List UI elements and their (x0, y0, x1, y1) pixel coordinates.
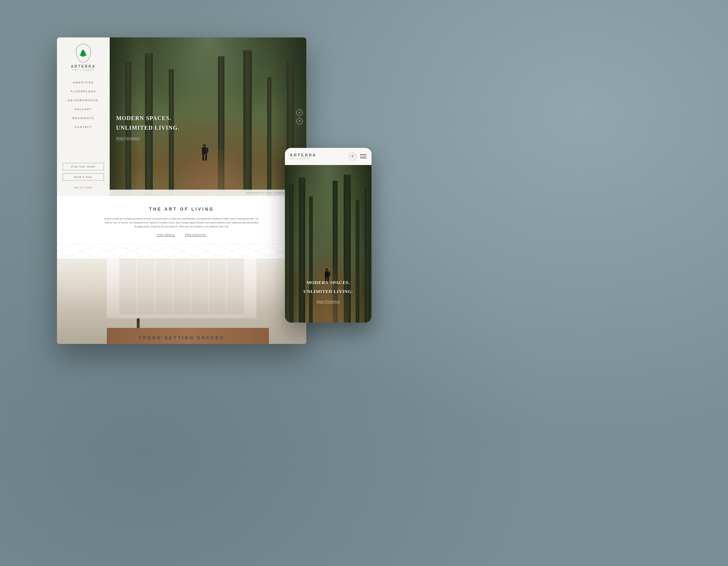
mobile-logo-sub: ART + EARTH (290, 158, 317, 160)
hamburger-menu-button[interactable] (360, 154, 366, 158)
logo-container: 🌲 ARTERRA ART + EARTH (71, 44, 96, 71)
sidebar-buttons: Find Your Home Book a Tour 866-272-5086 (57, 163, 110, 189)
nav-menu: AMENITIES FLOORPLANS NEIGHBORHOOD GALLER… (57, 81, 110, 129)
mobile-logo-text: ARTERRA (290, 153, 317, 157)
pattern-divider (57, 244, 306, 258)
mobile-header-right: ✆ (349, 153, 366, 160)
mobile-tree-6 (356, 200, 359, 323)
room-section-title: TREND SETTING SPACES (57, 335, 306, 340)
art-section-body: Arterra unveils an exceptional portrait … (103, 217, 260, 228)
room-interior (57, 258, 306, 344)
vase (137, 318, 140, 328)
art-section-title: THE ART OF LIVING (85, 207, 278, 212)
ground-path (178, 149, 247, 196)
scroll-up-button[interactable]: ∧ (296, 109, 303, 116)
view-amenities-link[interactable]: View Amenities (185, 233, 207, 237)
nav-floorplans[interactable]: FLOORPLANS (71, 90, 96, 93)
mobile-header: ARTERRA ART + EARTH ✆ (285, 148, 371, 165)
blind-shadows (119, 258, 244, 314)
hero-headline-line1: MODERN SPACES. (116, 115, 180, 122)
room-background: TREND SETTING SPACES (57, 258, 306, 344)
scroll-down-button[interactable]: ∨ (296, 118, 303, 124)
hero-text-block: MODERN SPACES. UNLIMITED LIVING. Shop Fl… (116, 115, 180, 140)
mobile-cta-link[interactable]: Shop Floorplans (317, 300, 340, 303)
art-of-living-section: THE ART OF LIVING Arterra unveils an exc… (57, 196, 306, 244)
view-gallery-link[interactable]: View Gallery (157, 233, 175, 237)
hamburger-line-2 (360, 156, 366, 157)
mobile-headline-2: UNLIMITED LIVING. (291, 289, 366, 294)
sidebar: 🌲 ARTERRA ART + EARTH AMENITIES FLOORPLA… (57, 37, 110, 196)
mobile-logo: ARTERRA ART + EARTH (290, 153, 317, 160)
address-text: 1405 Elizabeth St, Denver, CO 80205 (246, 192, 285, 194)
nav-gallery[interactable]: GALLERY (75, 108, 92, 111)
mobile-hero-text: MODERN SPACES. UNLIMITED LIVING. Shop Fl… (285, 280, 371, 304)
hero-bottom-bar: 1405 Elizabeth St, Denver, CO 80205 f ◉ … (110, 190, 306, 196)
room-title-overlay: TREND SETTING SPACES (57, 335, 306, 340)
book-tour-button[interactable]: Book a Tour (63, 173, 104, 181)
nav-residents[interactable]: RESIDENTS (73, 117, 94, 120)
page-decorative-pattern (59, 452, 287, 495)
person-silhouette (202, 144, 207, 161)
mobile-hero-section: MODERN SPACES. UNLIMITED LIVING. Shop Fl… (285, 165, 371, 323)
decorative-pattern-svg (57, 244, 306, 258)
logo-sub: ART + EARTH (73, 69, 94, 71)
desktop-mockup: 🌲 ARTERRA ART + EARTH AMENITIES FLOORPLA… (57, 37, 306, 344)
hero-cta-link[interactable]: Shop Floorplans (116, 137, 140, 140)
mobile-phone-button[interactable]: ✆ (349, 153, 357, 160)
desktop-top-section: 🌲 ARTERRA ART + EARTH AMENITIES FLOORPLA… (57, 37, 306, 196)
mobile-mockup: ARTERRA ART + EARTH ✆ (285, 148, 371, 323)
logo-icon: 🌲 (76, 44, 91, 62)
hero-section: MODERN SPACES. UNLIMITED LIVING. Shop Fl… (110, 37, 306, 196)
nav-neighborhood[interactable]: NEIGHBORHOOD (68, 99, 99, 102)
hero-nav-arrows: ∧ ∨ (296, 109, 303, 124)
hamburger-line-3 (360, 158, 366, 158)
art-links: View Gallery View Amenities (85, 233, 278, 237)
nav-amenities[interactable]: AMENITIES (73, 81, 94, 84)
hamburger-line-1 (360, 154, 366, 155)
phone-number: 866-272-5086 (74, 186, 93, 189)
nav-contact[interactable]: CONTACT (74, 125, 92, 129)
logo-text: ARTERRA (71, 65, 96, 68)
find-home-button[interactable]: Find Your Home (63, 163, 104, 170)
desktop-content-section: THE ART OF LIVING Arterra unveils an exc… (57, 196, 306, 344)
mobile-headline-1: MODERN SPACES. (291, 280, 366, 285)
tree-icon: 🌲 (79, 49, 88, 57)
room-section: TREND SETTING SPACES (57, 258, 306, 344)
hero-headline-line2: UNLIMITED LIVING. (116, 124, 180, 131)
tree-trunk-6 (267, 77, 271, 196)
